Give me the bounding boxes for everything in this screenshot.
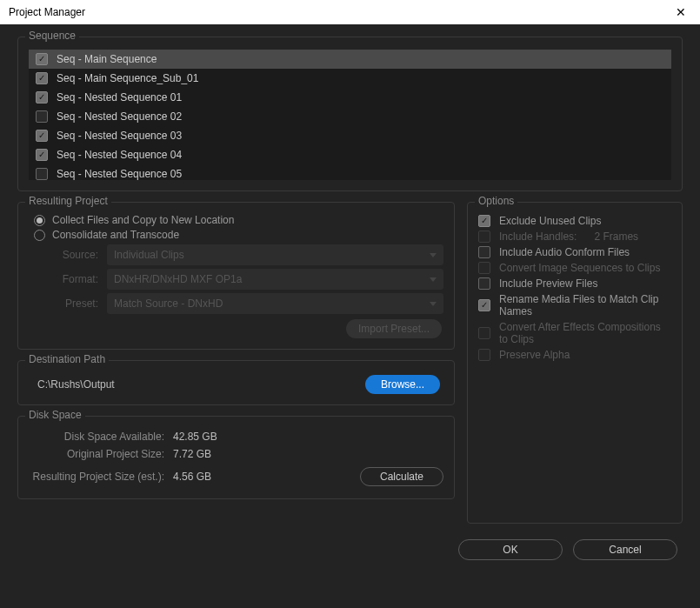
preset-label: Preset: <box>44 297 98 310</box>
sequence-row[interactable]: Seq - Nested Sequence 05 <box>29 164 671 180</box>
disk-available-value: 42.85 GB <box>173 431 217 443</box>
preset-dropdown: Match Source - DNxHD <box>107 293 443 314</box>
sequence-item-label: Seq - Nested Sequence 01 <box>57 91 182 104</box>
checkbox <box>478 349 490 361</box>
calculate-button[interactable]: Calculate <box>360 467 443 486</box>
close-icon[interactable]: ✕ <box>670 3 691 21</box>
option-suffix: 2 Frames <box>594 231 638 243</box>
dialog-footer: OK Cancel <box>17 539 683 560</box>
import-preset-button: Import Preset... <box>346 319 442 338</box>
original-size-label: Original Project Size: <box>29 448 164 460</box>
destination-fieldset: Destination Path C:\Rushs\Output Browse.… <box>17 360 455 405</box>
option-row[interactable]: Include Audio Conform Files <box>478 246 671 258</box>
disk-space-fieldset: Disk Space Disk Space Available: 42.85 G… <box>17 416 455 499</box>
option-label: Exclude Unused Clips <box>499 215 601 227</box>
sequence-item-label: Seq - Main Sequence_Sub_01 <box>57 72 198 84</box>
format-label: Format: <box>44 273 98 285</box>
options-label: Options <box>475 195 517 207</box>
checkbox[interactable] <box>478 215 490 227</box>
checkbox[interactable] <box>36 72 48 84</box>
checkbox <box>478 231 490 243</box>
sequence-row[interactable]: Seq - Nested Sequence 04 <box>29 145 671 164</box>
titlebar: Project Manager ✕ <box>0 0 700 24</box>
option-row: Include Handles:2 Frames <box>478 231 671 243</box>
sequence-item-label: Seq - Nested Sequence 04 <box>57 149 182 161</box>
radio-icon <box>34 230 45 241</box>
window-title: Project Manager <box>9 6 85 18</box>
resulting-project-fieldset: Resulting Project Collect Files and Copy… <box>17 202 455 350</box>
option-row: Preserve Alpha <box>478 349 671 361</box>
sequence-row[interactable]: Seq - Main Sequence <box>29 50 671 69</box>
radio-consolidate[interactable]: Consolidate and Transcode <box>34 229 443 241</box>
sequence-item-label: Seq - Nested Sequence 02 <box>57 110 182 123</box>
destination-path: C:\Rushs\Output <box>37 378 115 391</box>
checkbox[interactable] <box>478 246 490 258</box>
resulting-size-value: 4.56 GB <box>173 471 211 483</box>
radio-collect-label: Collect Files and Copy to New Location <box>52 214 234 226</box>
option-row: Convert Image Sequences to Clips <box>478 262 671 274</box>
browse-button[interactable]: Browse... <box>365 375 440 394</box>
format-dropdown: DNxHR/DNxHD MXF OP1a <box>107 269 443 290</box>
sequence-item-label: Seq - Nested Sequence 05 <box>57 168 182 180</box>
radio-consolidate-label: Consolidate and Transcode <box>52 229 179 241</box>
option-row: Convert After Effects Compositions to Cl… <box>478 321 671 345</box>
option-row[interactable]: Include Preview Files <box>478 277 671 290</box>
option-label: Preserve Alpha <box>499 349 570 361</box>
disk-available-label: Disk Space Available: <box>29 431 164 443</box>
checkbox[interactable] <box>36 91 48 104</box>
option-label: Include Handles: <box>499 231 577 243</box>
checkbox[interactable] <box>478 299 490 311</box>
radio-collect-files[interactable]: Collect Files and Copy to New Location <box>34 214 443 226</box>
original-size-value: 7.72 GB <box>173 448 211 460</box>
sequence-row[interactable]: Seq - Nested Sequence 01 <box>29 88 671 107</box>
option-label: Include Audio Conform Files <box>499 246 630 258</box>
option-row[interactable]: Rename Media Files to Match Clip Names <box>478 293 671 317</box>
resulting-size-label: Resulting Project Size (est.): <box>29 471 164 483</box>
option-row[interactable]: Exclude Unused Clips <box>478 215 671 227</box>
cancel-button[interactable]: Cancel <box>573 539 677 560</box>
checkbox <box>478 327 490 339</box>
sequence-item-label: Seq - Main Sequence <box>57 53 157 65</box>
checkbox[interactable] <box>36 53 48 65</box>
checkbox[interactable] <box>36 149 48 161</box>
checkbox[interactable] <box>36 130 48 142</box>
sequence-fieldset: Sequence Seq - Main SequenceSeq - Main S… <box>17 37 683 191</box>
option-label: Convert Image Sequences to Clips <box>499 262 660 274</box>
option-label: Include Preview Files <box>499 277 597 290</box>
checkbox[interactable] <box>36 110 48 123</box>
checkbox[interactable] <box>36 168 48 180</box>
source-dropdown: Individual Clips <box>107 244 443 265</box>
sequence-row[interactable]: Seq - Nested Sequence 03 <box>29 126 671 145</box>
checkbox[interactable] <box>478 277 490 290</box>
ok-button[interactable]: OK <box>458 539 563 560</box>
sequence-row[interactable]: Seq - Main Sequence_Sub_01 <box>29 69 671 88</box>
disk-space-label: Disk Space <box>25 409 85 421</box>
option-label: Convert After Effects Compositions to Cl… <box>499 321 671 345</box>
sequence-row[interactable]: Seq - Nested Sequence 02 <box>29 107 671 126</box>
options-fieldset: Options Exclude Unused ClipsInclude Hand… <box>467 202 683 524</box>
destination-label: Destination Path <box>25 353 109 365</box>
option-label: Rename Media Files to Match Clip Names <box>499 293 671 317</box>
resulting-project-label: Resulting Project <box>25 195 111 207</box>
sequence-label: Sequence <box>25 30 79 42</box>
sequence-list[interactable]: Seq - Main SequenceSeq - Main Sequence_S… <box>29 50 671 180</box>
sequence-item-label: Seq - Nested Sequence 03 <box>57 130 182 142</box>
content-area: Sequence Seq - Main SequenceSeq - Main S… <box>0 24 700 574</box>
radio-icon <box>34 215 45 226</box>
checkbox <box>478 262 490 274</box>
source-label: Source: <box>44 249 98 261</box>
